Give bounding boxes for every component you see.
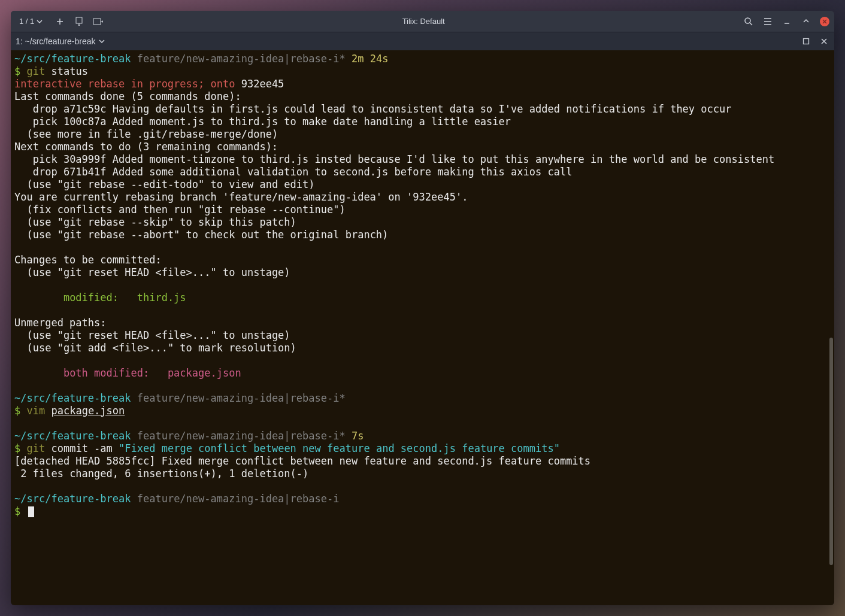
- terminal-output[interactable]: ~/src/feature-break feature/new-amazing-…: [11, 50, 834, 605]
- mark-resolution-hint: (use "git add <file>..." to mark resolut…: [14, 342, 296, 354]
- rebase-header: interactive rebase in progress; onto: [14, 78, 241, 90]
- prompt-cwd: ~/src/feature-break: [14, 493, 131, 505]
- prompt-branch: feature/new-amazing-idea|rebase-i*: [137, 53, 346, 65]
- last-done-header: Last commands done (5 commands done):: [14, 90, 241, 102]
- cmd-args: status: [45, 65, 88, 77]
- cmd-commit-msg: "Fixed merge conflict between new featur…: [119, 442, 560, 454]
- cmd-vim: vim: [27, 405, 46, 417]
- abort-hint: (use "git rebase --abort" to check out t…: [14, 229, 388, 241]
- square-icon: [802, 38, 810, 45]
- modified-file: modified: third.js: [14, 292, 186, 304]
- commit-output: 2 files changed, 6 insertions(+), 1 dele…: [14, 468, 308, 480]
- svg-rect-3: [804, 39, 809, 44]
- session-count: 1 / 1: [19, 17, 34, 26]
- currently-rebasing: You are currently rebasing branch 'featu…: [14, 191, 468, 203]
- titlebar: 1 / 1 Tilix: Default: [11, 11, 834, 32]
- window-title: Tilix: Default: [104, 17, 743, 26]
- unstage-hint: (use "git reset HEAD <file>..." to unsta…: [14, 266, 290, 278]
- done-line: pick 100c87a Added moment.js to third.js…: [14, 116, 511, 128]
- tabbar: 1: ~/src/feature-break: [11, 32, 834, 50]
- prompt-cwd: ~/src/feature-break: [14, 392, 131, 404]
- terminal-window: 1 / 1 Tilix: Default: [11, 11, 834, 605]
- fix-hint: (fix conflicts and then run "git rebase …: [14, 204, 346, 216]
- prompt-symbol: $: [14, 505, 20, 517]
- prompt-cwd: ~/src/feature-break: [14, 53, 131, 65]
- tab-maximize-button[interactable]: [801, 36, 811, 47]
- maximize-icon: [802, 18, 810, 25]
- search-button[interactable]: [743, 16, 754, 27]
- both-modified-file: both modified: package.json: [14, 367, 241, 379]
- edit-todo-hint: (use "git rebase --edit-todo" to view an…: [14, 178, 315, 190]
- new-session-button[interactable]: [54, 16, 65, 27]
- menu-button[interactable]: [762, 16, 773, 27]
- svg-rect-1: [93, 19, 101, 25]
- done-line: drop a71c59c Having defaults in first.js…: [14, 103, 732, 115]
- next-header: Next commands to do (3 remaining command…: [14, 141, 278, 153]
- close-button[interactable]: [820, 17, 829, 26]
- split-down-button[interactable]: [74, 16, 84, 27]
- chevron-down-icon: [37, 19, 43, 25]
- prompt-branch: feature/new-amazing-idea|rebase-i: [137, 493, 340, 505]
- prompt-time: 7s: [352, 430, 364, 442]
- cursor: [28, 506, 34, 517]
- close-icon: [822, 19, 828, 25]
- scrollbar-thumb[interactable]: [829, 338, 833, 565]
- prompt-symbol: $: [14, 405, 20, 417]
- close-icon: [820, 38, 828, 45]
- split-down-icon: [75, 17, 83, 26]
- minimize-icon: [783, 18, 791, 25]
- hamburger-icon: [764, 18, 772, 25]
- tab-close-button[interactable]: [819, 36, 829, 47]
- commit-output: [detached HEAD 5885fcc] Fixed merge conf…: [14, 455, 590, 467]
- split-right-button[interactable]: [93, 16, 104, 27]
- search-icon: [744, 17, 753, 26]
- prompt-symbol: $: [14, 65, 20, 77]
- unmerged-header: Unmerged paths:: [14, 317, 107, 329]
- cmd-args: commit -am: [45, 442, 119, 454]
- session-indicator[interactable]: 1 / 1: [16, 16, 46, 27]
- svg-rect-0: [76, 17, 82, 23]
- svg-point-2: [745, 18, 750, 23]
- cmd-git: git: [27, 442, 46, 454]
- prompt-cwd: ~/src/feature-break: [14, 430, 131, 442]
- split-right-icon: [93, 17, 104, 26]
- plus-icon: [56, 17, 64, 26]
- prompt-branch: feature/new-amazing-idea|rebase-i*: [137, 430, 346, 442]
- tab-label: 1: ~/src/feature-break: [16, 37, 95, 46]
- next-line: pick 30a999f Added moment-timzone to thi…: [14, 153, 774, 165]
- minimize-button[interactable]: [782, 16, 792, 27]
- cmd-file: package.json: [51, 405, 125, 417]
- prompt-symbol: $: [14, 442, 20, 454]
- changes-header: Changes to be committed:: [14, 254, 162, 266]
- prompt-branch: feature/new-amazing-idea|rebase-i*: [137, 392, 346, 404]
- unstage-hint: (use "git reset HEAD <file>..." to unsta…: [14, 329, 290, 341]
- chevron-down-icon: [99, 38, 105, 44]
- maximize-button[interactable]: [801, 16, 811, 27]
- see-more: (see more in file .git/rebase-merge/done…: [14, 128, 278, 140]
- onto-sha: 932ee45: [241, 78, 284, 90]
- skip-hint: (use "git rebase --skip" to skip this pa…: [14, 216, 296, 228]
- next-line: drop 671b41f Added some additional valid…: [14, 166, 572, 178]
- prompt-time: 2m 24s: [352, 53, 388, 65]
- terminal-tab[interactable]: 1: ~/src/feature-break: [16, 37, 105, 46]
- cmd-git: git: [27, 65, 46, 77]
